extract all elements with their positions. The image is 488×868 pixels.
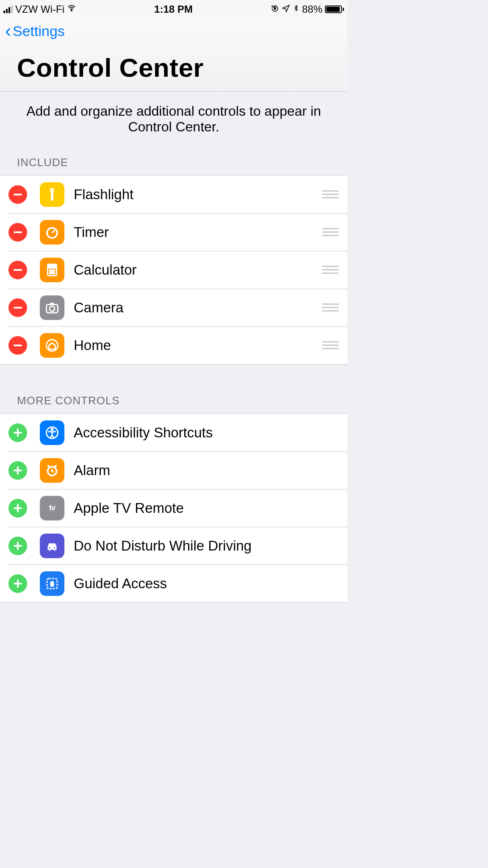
list-item[interactable]: Home — [0, 326, 347, 364]
svg-point-11 — [53, 273, 55, 274]
svg-point-16 — [51, 428, 53, 431]
list-item[interactable]: Timer — [0, 213, 347, 251]
drag-handle-icon[interactable] — [321, 303, 340, 312]
location-icon — [282, 3, 290, 15]
flashlight-icon — [40, 182, 64, 207]
list-item[interactable]: tv Apple TV Remote — [0, 489, 347, 527]
add-button[interactable] — [8, 574, 27, 593]
section-header-more: MORE CONTROLS — [0, 394, 347, 413]
add-button[interactable] — [8, 423, 27, 442]
row-label: Flashlight — [74, 186, 321, 203]
remove-button[interactable] — [8, 298, 27, 317]
row-label: Guided Access — [74, 576, 347, 592]
row-label: Do Not Disturb While Driving — [74, 538, 347, 554]
section-header-include: INCLUDE — [0, 156, 347, 175]
svg-rect-5 — [49, 265, 55, 268]
include-list: Flashlight Timer Calculator Camera Home — [0, 175, 347, 364]
add-button[interactable] — [8, 499, 27, 517]
add-button[interactable] — [8, 537, 27, 555]
remove-button[interactable] — [8, 185, 27, 204]
section-description: Add and organize additional controls to … — [0, 92, 347, 156]
list-item[interactable]: Alarm — [0, 451, 347, 489]
navigation-bar: ‹ Settings Control Center — [0, 19, 347, 91]
chevron-left-icon: ‹ — [5, 22, 11, 40]
svg-point-19 — [54, 547, 55, 548]
drag-handle-icon[interactable] — [321, 190, 340, 198]
carrier-label: VZW Wi-Fi — [15, 3, 64, 15]
list-item[interactable]: Guided Access — [0, 565, 347, 602]
status-bar: VZW Wi-Fi 1:18 PM 88% — [0, 0, 347, 19]
svg-point-6 — [50, 270, 51, 271]
svg-point-10 — [52, 273, 53, 274]
remove-button[interactable] — [8, 223, 27, 242]
car-icon — [40, 534, 64, 558]
row-label: Apple TV Remote — [74, 500, 347, 516]
add-button[interactable] — [8, 461, 27, 480]
drag-handle-icon[interactable] — [321, 341, 340, 349]
list-item[interactable]: Camera — [0, 289, 347, 326]
home-icon — [40, 333, 64, 358]
calculator-icon — [40, 258, 64, 282]
page-title: Control Center — [5, 40, 342, 91]
battery-percent: 88% — [302, 3, 322, 15]
list-item[interactable]: Do Not Disturb While Driving — [0, 527, 347, 565]
svg-point-18 — [49, 547, 50, 548]
list-item[interactable]: Accessibility Shortcuts — [0, 414, 347, 451]
svg-point-13 — [50, 306, 55, 311]
row-label: Alarm — [74, 462, 347, 479]
alarm-icon — [40, 458, 64, 483]
row-label: Home — [74, 337, 321, 353]
svg-point-2 — [52, 189, 53, 191]
list-item[interactable]: Calculator — [0, 251, 347, 289]
drag-handle-icon[interactable] — [321, 228, 340, 236]
drag-handle-icon[interactable] — [321, 266, 340, 274]
cellular-signal-icon — [3, 6, 13, 13]
bluetooth-icon — [293, 3, 299, 15]
list-item[interactable]: Flashlight — [0, 175, 347, 213]
remove-button[interactable] — [8, 261, 27, 279]
svg-point-9 — [50, 273, 51, 274]
back-button[interactable]: ‹ Settings — [5, 22, 65, 40]
more-controls-list: Accessibility Shortcuts Alarm tv Apple T… — [0, 413, 347, 603]
svg-point-8 — [53, 270, 55, 271]
guided-access-icon — [40, 571, 64, 596]
wifi-icon — [67, 3, 76, 15]
row-label: Timer — [74, 224, 321, 240]
svg-point-0 — [71, 10, 72, 11]
back-label: Settings — [13, 23, 65, 39]
timer-icon — [40, 220, 64, 245]
accessibility-icon — [40, 420, 64, 445]
row-label: Camera — [74, 300, 321, 316]
battery-icon — [325, 6, 344, 13]
clock: 1:18 PM — [154, 3, 193, 15]
appletv-icon: tv — [40, 496, 64, 520]
orientation-lock-icon — [271, 3, 279, 15]
svg-point-7 — [52, 270, 53, 271]
remove-button[interactable] — [8, 336, 27, 355]
camera-icon — [40, 295, 64, 320]
row-label: Calculator — [74, 262, 321, 278]
row-label: Accessibility Shortcuts — [74, 425, 347, 441]
